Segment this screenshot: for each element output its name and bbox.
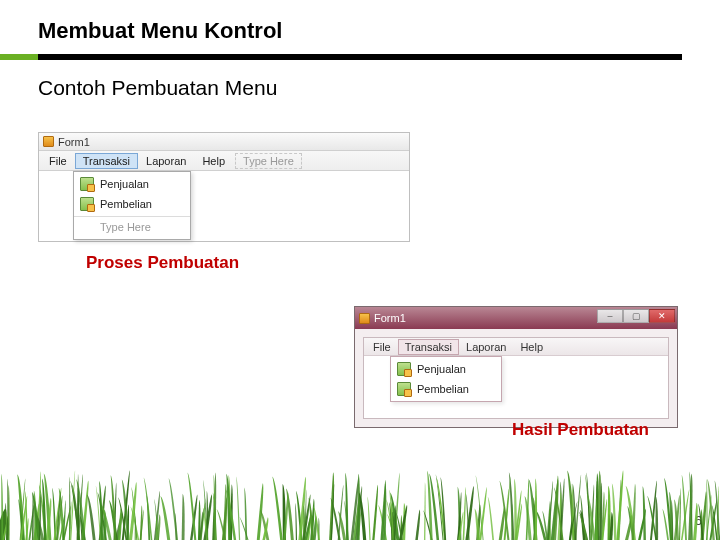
menu-transaksi[interactable]: Transaksi <box>398 339 459 355</box>
spacer <box>80 220 94 234</box>
dropdown-item-penjualan[interactable]: Penjualan <box>391 359 501 379</box>
dropdown-placeholder-label: Type Here <box>100 221 151 233</box>
form-icon <box>359 313 370 324</box>
caption-process: Proses Pembuatan <box>86 253 239 273</box>
editor-titlebar: Form1 <box>39 133 409 151</box>
dropdown-item-penjualan[interactable]: Penjualan <box>74 174 190 194</box>
runtime-dropdown: Penjualan Pembelian <box>390 356 502 402</box>
editor-menubar: File Transaksi Laporan Help Type Here <box>39 151 409 171</box>
dropdown-item-label: Penjualan <box>100 178 149 190</box>
editor-window: Form1 File Transaksi Laporan Help Type H… <box>38 132 410 242</box>
title-divider <box>38 54 682 60</box>
grass-decoration <box>0 470 720 540</box>
runtime-client-area: File Transaksi Laporan Help Penjualan Pe… <box>363 337 669 419</box>
dropdown-type-here-placeholder[interactable]: Type Here <box>74 216 190 237</box>
menu-help[interactable]: Help <box>513 339 550 355</box>
editor-dropdown: Penjualan Pembelian Type Here <box>73 171 191 240</box>
runtime-window: Form1 – ▢ ✕ File Transaksi Laporan Help … <box>354 306 678 428</box>
runtime-menubar: File Transaksi Laporan Help <box>364 338 668 356</box>
editor-window-title: Form1 <box>58 136 90 148</box>
window-controls: – ▢ ✕ <box>597 309 675 323</box>
item-icon <box>80 177 94 191</box>
minimize-button[interactable]: – <box>597 309 623 323</box>
menu-type-here-placeholder[interactable]: Type Here <box>235 153 302 169</box>
menu-laporan[interactable]: Laporan <box>138 153 194 169</box>
dropdown-item-label: Pembelian <box>417 383 469 395</box>
maximize-button[interactable]: ▢ <box>623 309 649 323</box>
item-icon <box>397 382 411 396</box>
dropdown-item-pembelian[interactable]: Pembelian <box>391 379 501 399</box>
menu-file[interactable]: File <box>41 153 75 169</box>
close-button[interactable]: ✕ <box>649 309 675 323</box>
item-icon <box>80 197 94 211</box>
menu-transaksi[interactable]: Transaksi <box>75 153 138 169</box>
menu-laporan[interactable]: Laporan <box>459 339 513 355</box>
runtime-window-title: Form1 <box>374 312 406 324</box>
caption-result: Hasil Pembuatan <box>512 420 649 440</box>
dropdown-item-label: Pembelian <box>100 198 152 210</box>
dropdown-item-pembelian[interactable]: Pembelian <box>74 194 190 214</box>
item-icon <box>397 362 411 376</box>
menu-file[interactable]: File <box>366 339 398 355</box>
menu-help[interactable]: Help <box>194 153 233 169</box>
section-heading: Contoh Pembuatan Menu <box>0 60 720 110</box>
slide-title: Membuat Menu Kontrol <box>0 0 720 54</box>
page-number: 6 <box>695 513 702 528</box>
runtime-titlebar: Form1 – ▢ ✕ <box>355 307 677 329</box>
dropdown-item-label: Penjualan <box>417 363 466 375</box>
form-icon <box>43 136 54 147</box>
